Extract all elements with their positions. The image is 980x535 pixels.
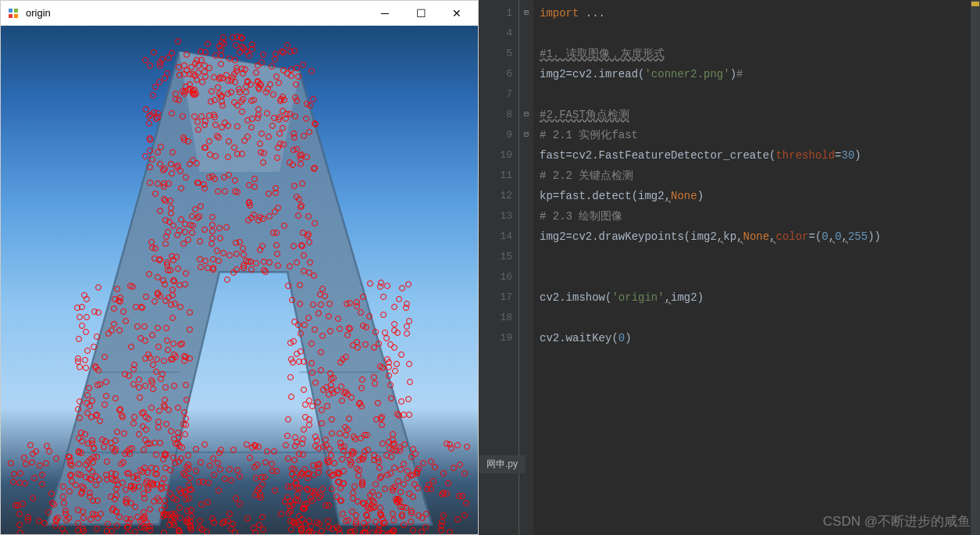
- maximize-button[interactable]: ☐: [403, 1, 439, 25]
- app-icon: [7, 7, 20, 20]
- close-button[interactable]: ✕: [439, 1, 475, 25]
- code-content[interactable]: import ... #1. 读取图像，灰度形式img2=cv2.imread(…: [533, 0, 971, 535]
- image-viewport: [1, 26, 478, 534]
- keypoints-overlay: [1, 26, 478, 534]
- code-editor: 145678910111213141516171819 ⊞ ⊟⊟ import …: [479, 0, 980, 535]
- scrollbar[interactable]: [971, 0, 980, 535]
- svg-rect-1: [14, 9, 18, 12]
- svg-rect-3: [14, 14, 18, 18]
- filename-tab[interactable]: 网申.py: [479, 455, 526, 473]
- titlebar[interactable]: origin ─ ☐ ✕: [1, 1, 478, 26]
- code-area[interactable]: 145678910111213141516171819 ⊞ ⊟⊟ import …: [479, 0, 980, 535]
- window-controls: ─ ☐ ✕: [367, 1, 475, 25]
- minimize-button[interactable]: ─: [367, 1, 403, 25]
- scroll-marker-warning: [971, 2, 979, 6]
- opencv-window: origin ─ ☐ ✕: [0, 0, 479, 535]
- svg-rect-0: [9, 9, 12, 12]
- svg-rect-2: [9, 14, 12, 18]
- watermark: CSDN @不断进步的咸鱼: [823, 512, 971, 530]
- window-title: origin: [26, 7, 367, 19]
